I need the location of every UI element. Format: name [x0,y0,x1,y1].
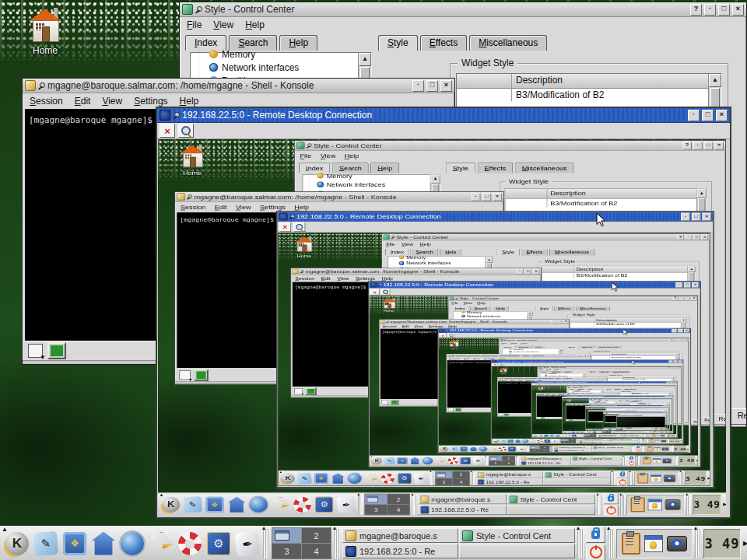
fullscreen-toggle-button[interactable]: × [279,222,291,232]
menu-settings[interactable]: Settings [260,204,286,211]
pager-desktop-4[interactable]: 4 [569,441,576,443]
menu-help[interactable]: Help [180,96,199,107]
rdp-content[interactable]: Home Style - Control Center ? · □ × File… [439,338,689,453]
panel-right-arrow[interactable]: ▶ [696,457,698,466]
launcher-writer[interactable]: ✒ [336,495,356,513]
pager-desktop-1[interactable] [272,528,301,543]
konsole-minimize-button[interactable]: · [551,320,556,324]
task-remote-desktop[interactable]: 192.168.22.5:0 - Re [553,449,592,452]
launcher-control-center[interactable]: ⚙ [572,435,577,437]
logout-button[interactable] [645,436,649,437]
panel-handle[interactable] [644,434,645,437]
panel-handle[interactable] [412,495,416,515]
rdp-titlebar[interactable]: 192.168.22.5:0 - Remote Desktop Connecti… [157,108,730,123]
panel-handle[interactable] [647,431,648,432]
pager-desktop-3[interactable]: 3 [489,461,502,466]
menu-edit[interactable]: Edit [75,96,91,107]
task-control-center[interactable]: Style - Control Cent [571,456,622,460]
sticky-pin-icon[interactable] [542,367,543,368]
launcher-writer[interactable]: ✒ [577,435,583,437]
launcher-writer[interactable]: ✒ [234,530,261,557]
panel-clock[interactable]: 3 49 [693,495,721,515]
launcher-kmenu[interactable]: K [440,446,449,452]
rdp-minimize-button[interactable]: · [669,360,673,362]
rdp-maximize-button[interactable]: □ [678,329,683,333]
launcher-desktop[interactable]: ❖ [507,439,514,443]
cc-titlebar[interactable]: Style - Control Center ? · □ × [382,234,710,241]
desktop-icon-home[interactable]: Home [171,145,214,177]
cc-menu-view[interactable]: View [213,19,233,30]
pager-desktop-1[interactable] [436,471,452,478]
klipper-clipboard-icon[interactable] [637,474,648,484]
pager-desktop-3[interactable]: 3 [272,544,301,558]
fullscreen-toggle-button[interactable]: × [160,124,175,138]
rdp-close-button[interactable]: × [703,212,711,220]
rdp-content[interactable]: Home Style - Control Center ? · □ × File… [370,296,698,466]
menu-session[interactable]: Session [181,204,205,211]
launcher-mail[interactable] [148,530,174,557]
pager-desktop-2[interactable]: 2 [502,456,514,460]
menu-view[interactable]: View [102,96,122,107]
panel-handle[interactable] [630,471,633,485]
tab-style[interactable]: Style [446,163,476,173]
cc-close-button[interactable]: × [701,234,708,240]
pager-desktop-4[interactable]: 4 [619,429,622,430]
konsole-minimize-button[interactable]: · [412,80,424,92]
tree-item-memory[interactable]: Memory [388,254,486,261]
sticky-pin-icon[interactable] [187,194,192,200]
launcher-notes[interactable]: ✎ [500,439,507,443]
panel-handle[interactable] [623,429,624,431]
pager-desktop-4[interactable]: 4 [302,544,331,558]
panel-handle[interactable] [639,439,640,443]
rdp-close-button[interactable]: × [716,110,728,121]
menu-view[interactable]: View [415,325,423,328]
pager-desktop-1[interactable] [365,494,387,504]
launcher-desktop[interactable]: ❖ [544,435,549,437]
desktop-sharing-eye-icon[interactable] [661,435,665,436]
desktop-icon-home[interactable]: Home [17,8,73,56]
launcher-browser[interactable] [522,439,529,443]
panel-handle[interactable] [666,434,668,437]
cc-menu-help[interactable]: Help [420,242,431,247]
panel-handle[interactable] [654,429,654,431]
launcher-control-center[interactable]: ⚙ [314,495,335,513]
cc-maximize-button[interactable]: □ [679,339,683,341]
konsole-minimize-button[interactable]: · [517,269,524,275]
rdp-close-button[interactable]: × [668,405,669,406]
desktop-sharing-eye-icon[interactable] [662,447,669,450]
logout-button[interactable] [648,432,651,433]
scroll-up-icon[interactable]: ▲ [697,189,707,198]
klipper-clipboard-icon[interactable] [643,457,651,464]
konsole-close-button[interactable]: × [586,355,590,357]
launcher-control-center[interactable]: ⚙ [593,431,597,432]
cc-close-button[interactable]: × [732,4,744,16]
cc-help-button[interactable]: ? [665,386,668,387]
cc-close-button[interactable]: × [668,408,669,408]
konsole-minimize-button[interactable]: · [612,393,614,394]
launcher-home[interactable] [576,431,580,432]
scroll-up-icon[interactable]: ▲ [486,257,493,263]
sticky-pin-icon[interactable] [307,143,312,149]
menu-settings[interactable]: Settings [134,96,167,107]
panel-handle[interactable] [577,439,578,443]
panel-clock[interactable]: 3 49 [703,529,741,558]
desktop-sharing-eye-icon[interactable] [663,458,672,463]
tab-effects[interactable]: Effects [420,35,467,51]
launcher-kmenu[interactable]: K [493,439,500,443]
launcher-writer[interactable]: ✒ [413,472,429,484]
panel-right-arrow[interactable]: ▶ [681,439,682,443]
launcher-kmenu[interactable]: K [563,431,566,432]
style-row-b3[interactable]: B3/Modification of B2 [457,89,721,101]
tab-miscellaneous[interactable]: Miscellaneous [576,306,610,311]
menu-session[interactable]: Session [295,276,314,281]
klipper-clipboard-icon[interactable] [622,533,640,555]
launcher-writer[interactable]: ✒ [472,457,484,464]
sticky-pin-icon[interactable] [501,378,503,379]
sticky-pin-icon[interactable] [496,361,499,362]
launcher-home[interactable] [330,472,345,484]
menu-view[interactable]: View [337,276,349,281]
panel-handle[interactable] [559,439,560,443]
launcher-desktop[interactable]: ❖ [314,472,329,484]
launcher-mail[interactable] [529,439,536,443]
launcher-home[interactable] [409,457,421,464]
